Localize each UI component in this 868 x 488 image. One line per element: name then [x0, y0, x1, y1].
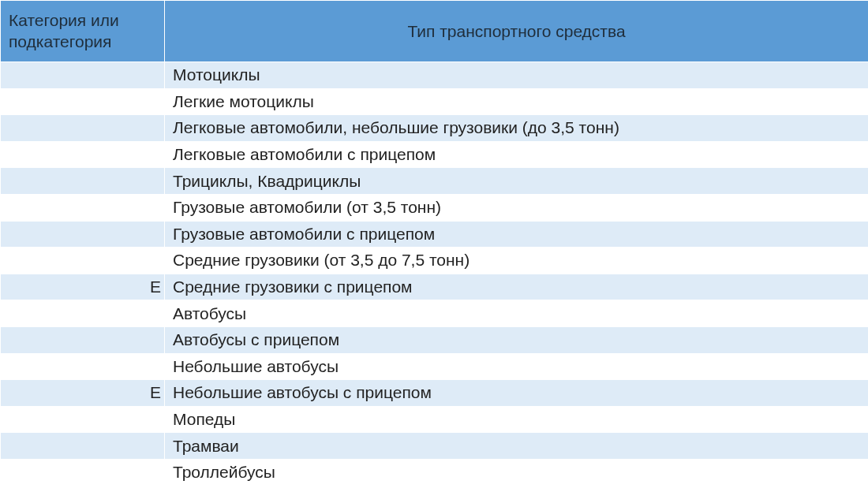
- cell-type: Легкие мотоциклы: [165, 88, 869, 115]
- table-row: Легкие мотоциклы: [1, 88, 869, 115]
- header-type: Тип транспортного средства: [165, 1, 869, 62]
- cell-type: Троллейбусы: [165, 459, 869, 486]
- cell-type: Мотоциклы: [165, 62, 869, 89]
- vehicle-categories-table: Категория или подкатегория Тип транспорт…: [0, 0, 868, 486]
- cell-category: [1, 88, 165, 115]
- table-row: Небольшие автобусы: [1, 353, 869, 380]
- cell-type: Трамваи: [165, 433, 869, 460]
- cell-category: [1, 326, 165, 353]
- table-row: Трамваи: [1, 433, 869, 460]
- cell-type: Легковые автомобили с прицепом: [165, 141, 869, 168]
- cell-category: E: [1, 380, 165, 407]
- cell-type: Автобусы: [165, 300, 869, 327]
- table-row: Легковые автомобили, небольшие грузовики…: [1, 115, 869, 142]
- cell-type: Небольшие автобусы: [165, 353, 869, 380]
- table-row: Средние грузовики (от 3,5 до 7,5 тонн): [1, 248, 869, 274]
- cell-type: Трициклы, Квадрициклы: [165, 168, 869, 195]
- cell-category: [1, 248, 165, 274]
- table-body: МотоциклыЛегкие мотоциклыЛегковые автомо…: [1, 62, 869, 486]
- cell-type: Легковые автомобили, небольшие грузовики…: [165, 115, 869, 142]
- cell-type: Грузовые автомобили с прицепом: [165, 221, 869, 248]
- cell-type: Грузовые автомобили (от 3,5 тонн): [165, 194, 869, 221]
- table-row: Грузовые автомобили с прицепом: [1, 221, 869, 248]
- table-row: Автобусы с прицепом: [1, 326, 869, 353]
- table-row: Мотоциклы: [1, 62, 869, 89]
- cell-category: [1, 300, 165, 327]
- table-row: EНебольшие автобусы с прицепом: [1, 380, 869, 407]
- cell-category: [1, 194, 165, 221]
- cell-category: [1, 141, 165, 168]
- cell-type: Средние грузовики (от 3,5 до 7,5 тонн): [165, 248, 869, 274]
- cell-category: [1, 353, 165, 380]
- table-row: EСредние грузовики с прицепом: [1, 274, 869, 300]
- cell-category: [1, 62, 165, 89]
- header-category: Категория или подкатегория: [1, 1, 165, 62]
- cell-category: E: [1, 274, 165, 300]
- table-row: Легковые автомобили с прицепом: [1, 141, 869, 168]
- cell-category: [1, 459, 165, 486]
- cell-category: [1, 406, 165, 433]
- cell-category: [1, 433, 165, 460]
- cell-category: [1, 168, 165, 195]
- cell-category: [1, 115, 165, 142]
- cell-type: Средние грузовики с прицепом: [165, 274, 869, 300]
- table-row: Мопеды: [1, 406, 869, 433]
- table-header-row: Категория или подкатегория Тип транспорт…: [1, 1, 869, 62]
- cell-type: Небольшие автобусы с прицепом: [165, 380, 869, 407]
- cell-category: [1, 221, 165, 248]
- table-row: Троллейбусы: [1, 459, 869, 486]
- table-row: Автобусы: [1, 300, 869, 327]
- cell-type: Мопеды: [165, 406, 869, 433]
- cell-type: Автобусы с прицепом: [165, 326, 869, 353]
- table-row: Грузовые автомобили (от 3,5 тонн): [1, 194, 869, 221]
- table-row: Трициклы, Квадрициклы: [1, 168, 869, 195]
